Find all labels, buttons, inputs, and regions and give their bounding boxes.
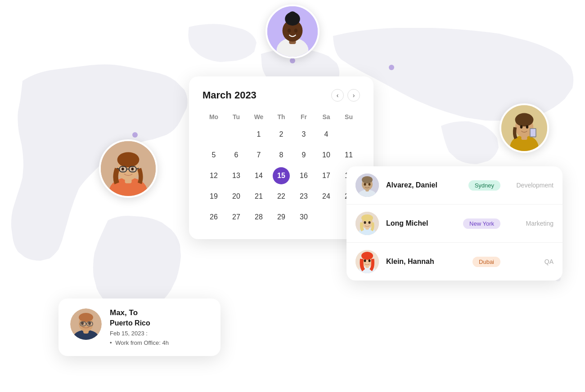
calendar-card: March 2023 ‹ › Mo Tu We Th Fr Sa Su 1 2 … [189, 76, 374, 239]
svg-rect-22 [531, 129, 536, 137]
cal-day-21[interactable]: 21 [250, 188, 267, 205]
cal-day-22[interactable]: 22 [273, 188, 290, 205]
cal-day-7[interactable]: 7 [250, 147, 267, 164]
calendar-header: March 2023 ‹ › [202, 89, 360, 102]
cal-day-23[interactable]: 23 [295, 188, 312, 205]
svg-rect-64 [87, 322, 93, 326]
svg-point-19 [520, 125, 523, 129]
profile-avatar [70, 308, 102, 340]
cal-day-16[interactable]: 16 [295, 167, 312, 184]
svg-point-39 [362, 176, 373, 183]
day-header-th: Th [270, 111, 292, 123]
cal-day-9[interactable]: 9 [295, 147, 312, 164]
cal-day-26[interactable]: 26 [205, 209, 222, 226]
calendar-grid: Mo Tu We Th Fr Sa Su 1 2 3 4 5 6 7 8 9 1… [202, 111, 360, 227]
svg-rect-63 [80, 322, 86, 326]
calendar-nav: ‹ › [331, 89, 360, 102]
svg-point-34 [131, 168, 134, 171]
calendar-week-3: 12 13 14 15 16 17 18 [202, 166, 360, 185]
svg-point-60 [79, 313, 93, 322]
cal-day-15[interactable]: 15 [273, 167, 290, 184]
svg-point-53 [361, 252, 373, 260]
day-header-tu: Tu [225, 111, 248, 123]
cal-day-17[interactable]: 17 [318, 167, 335, 184]
svg-point-11 [288, 11, 297, 20]
svg-point-20 [526, 125, 529, 129]
cal-day-24[interactable]: 24 [318, 188, 335, 205]
employee-name-3: Klein, Hannah [386, 258, 465, 266]
profile-card: Max, To Puerto Rico Feb 15, 2023 : • Wor… [58, 298, 220, 356]
bullet-icon: • [110, 339, 112, 346]
calendar-week-4: 19 20 21 22 23 24 25 [202, 187, 360, 206]
svg-point-46 [361, 214, 373, 222]
employee-avatar-2 [356, 212, 379, 235]
calendar-week-5: 26 27 28 29 30 [202, 208, 360, 227]
cal-day-12[interactable]: 12 [205, 167, 222, 184]
cal-day-19[interactable]: 19 [205, 188, 222, 205]
employee-dept-2: Marketing [513, 220, 554, 227]
cal-day-27[interactable]: 27 [228, 209, 245, 226]
svg-point-55 [369, 259, 371, 262]
profile-name: Max, To [110, 308, 209, 317]
cal-day-4[interactable]: 4 [318, 126, 335, 143]
employee-location-3: Dubai [472, 257, 500, 267]
employee-avatar-3 [356, 250, 379, 273]
day-header-su: Su [338, 111, 360, 123]
calendar-week-2: 5 6 7 8 9 10 11 [202, 146, 360, 165]
cal-day-2[interactable]: 2 [273, 126, 290, 143]
employee-list-card: Alvarez, Daniel Sydney Development Long … [346, 166, 562, 281]
profile-work-label: Work from Office: 4h [115, 339, 169, 346]
svg-point-54 [364, 259, 366, 262]
employee-row-2[interactable]: Long Michel New York Marketing [346, 205, 562, 243]
cal-day-6[interactable]: 6 [228, 147, 245, 164]
svg-point-13 [294, 28, 297, 32]
cal-day-11[interactable]: 11 [340, 147, 357, 164]
avatar-left [99, 139, 158, 198]
svg-point-47 [364, 221, 366, 224]
svg-point-12 [288, 28, 291, 32]
employee-name-1: Alvarez, Daniel [386, 181, 461, 189]
cal-day-29[interactable]: 29 [273, 209, 290, 226]
cal-day-28[interactable]: 28 [250, 209, 267, 226]
employee-row-1[interactable]: Alvarez, Daniel Sydney Development [346, 166, 562, 205]
svg-point-33 [122, 168, 124, 171]
cal-day-30[interactable]: 30 [295, 209, 312, 226]
svg-point-48 [369, 221, 371, 224]
cal-day-14[interactable]: 14 [250, 167, 267, 184]
employee-row-3[interactable]: Klein, Hannah Dubai QA [346, 243, 562, 281]
profile-info: Max, To Puerto Rico Feb 15, 2023 : • Wor… [110, 308, 209, 346]
cal-day-20[interactable]: 20 [228, 188, 245, 205]
avatar-top-right [500, 103, 549, 153]
cal-day-5[interactable]: 5 [205, 147, 222, 164]
profile-work: • Work from Office: 4h [110, 339, 209, 346]
avatar-top-center [266, 4, 320, 58]
calendar-week-1: 1 2 3 4 [202, 125, 360, 144]
calendar-days-header: Mo Tu We Th Fr Sa Su [202, 111, 360, 123]
svg-point-41 [369, 183, 371, 186]
cal-day-8[interactable]: 8 [273, 147, 290, 164]
cal-day-3[interactable]: 3 [295, 126, 312, 143]
employee-dept-1: Development [513, 182, 554, 189]
day-header-mo: Mo [202, 111, 225, 123]
svg-point-5 [132, 132, 138, 138]
profile-date: Feb 15, 2023 : [110, 330, 209, 337]
day-header-sa: Sa [315, 111, 338, 123]
employee-dept-3: QA [513, 258, 554, 265]
day-header-we: We [248, 111, 270, 123]
svg-point-27 [117, 152, 140, 167]
profile-location: Puerto Rico [110, 319, 209, 327]
day-header-fr: Fr [292, 111, 315, 123]
prev-month-button[interactable]: ‹ [331, 89, 344, 102]
employee-name-2: Long Michel [386, 219, 456, 227]
svg-point-2 [290, 58, 295, 63]
cal-day-13[interactable]: 13 [228, 167, 245, 184]
next-month-button[interactable]: › [347, 89, 360, 102]
cal-day-10[interactable]: 10 [318, 147, 335, 164]
employee-avatar-1 [356, 174, 379, 197]
calendar-title: March 2023 [202, 89, 256, 101]
svg-point-40 [364, 183, 366, 186]
cal-day-1[interactable]: 1 [250, 126, 267, 143]
svg-point-18 [515, 113, 534, 127]
svg-point-3 [389, 65, 394, 70]
employee-location-2: New York [463, 218, 500, 229]
